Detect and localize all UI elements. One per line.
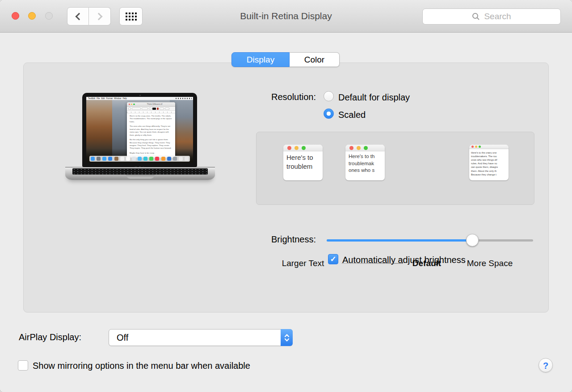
system-preferences-window: Built-in Retina Display Search Display C… <box>0 0 572 392</box>
mini-paragraph: Here's to the crazy ones. The misfits. T… <box>130 115 172 123</box>
mini-green-dot-icon <box>364 146 368 150</box>
dock-app-icon <box>185 157 189 161</box>
mini-document-title: Think Different.rtf <box>136 102 173 107</box>
radio-default-for-display[interactable] <box>324 91 334 101</box>
mini-red-dot-icon <box>471 146 474 148</box>
dock-app-icon <box>161 157 165 161</box>
dock-app-icon <box>138 157 142 161</box>
mini-minimize-icon <box>131 104 132 105</box>
dock-app-icon <box>108 157 112 161</box>
chevron-up-icon <box>284 334 290 337</box>
popup-chevrons <box>281 329 293 346</box>
chevron-left-icon <box>76 13 83 20</box>
label-larger-text: Larger Text <box>282 259 324 268</box>
show-mirroring-checkbox[interactable] <box>18 360 28 371</box>
mini-textedit-window: Think Different.rtf Here's to the crazy … <box>127 102 175 158</box>
zoom-button <box>45 12 53 20</box>
show-mirroring-label[interactable]: Show mirroring options in the menu bar w… <box>33 361 250 371</box>
mini-textedit-toolbar <box>127 107 175 111</box>
mini-preview-text: Here's to troublem <box>283 151 323 171</box>
mini-yellow-dot-icon <box>357 146 361 150</box>
scaled-resolution-picker: Here's to troublem Here's to th troublem… <box>256 132 534 205</box>
mini-color-well <box>152 108 156 110</box>
airplay-display-label: AirPlay Display: <box>19 332 81 342</box>
airplay-selected-value: Off <box>109 329 292 346</box>
forward-button <box>89 7 111 25</box>
radio-scaled[interactable] <box>324 108 334 119</box>
scaled-option-more-space[interactable]: Here's to the crazy one troublemakers. T… <box>469 145 509 180</box>
mini-preview-text: Here's to the crazy one troublemakers. T… <box>469 149 509 176</box>
tab-display[interactable]: Display <box>231 52 290 67</box>
macbook-screen: TextEdit File Edit Format Window Help Th… <box>86 97 193 163</box>
mini-yellow-dot-icon <box>294 146 299 150</box>
dock-app-icon <box>114 157 118 161</box>
back-button[interactable] <box>67 7 89 25</box>
mini-document-text: Here's to the crazy ones. The misfits. T… <box>127 113 175 158</box>
auto-brightness-checkbox[interactable]: ✓ <box>328 254 338 264</box>
macbook-dock <box>89 156 190 162</box>
scaled-option-larger-text[interactable]: Here's to troublem <box>283 145 323 180</box>
mini-paragraph: The ones who see things differently. The… <box>130 125 172 137</box>
mini-window-titlebar <box>345 145 385 151</box>
dock-app-icon <box>97 157 101 161</box>
mini-green-dot-icon <box>302 146 306 150</box>
mini-green-dot-icon <box>479 146 481 148</box>
dock-app-icon <box>91 157 95 161</box>
macbook-base <box>65 167 215 180</box>
resolution-label: Resolution: <box>251 92 316 102</box>
tab-bar: Display Color <box>231 52 340 67</box>
mini-close-icon <box>129 104 130 105</box>
dock-app-icon <box>143 157 147 161</box>
dock-app-icon <box>132 157 136 161</box>
radio-default-label[interactable]: Default for display <box>338 92 410 103</box>
macbook-keyboard <box>72 168 208 175</box>
mini-window-titlebar <box>283 145 323 151</box>
search-field[interactable]: Search <box>422 8 561 25</box>
dock-app-icon <box>120 157 124 161</box>
chevron-right-icon <box>95 13 102 20</box>
mini-paragraph: Maybe they have to be crazy. <box>130 152 172 154</box>
checkmark-icon: ✓ <box>330 254 336 264</box>
brightness-label: Brightness: <box>251 234 316 245</box>
mini-zoom-icon <box>133 104 135 105</box>
chevron-down-icon <box>284 338 290 342</box>
label-more-space: More Space <box>467 259 513 268</box>
auto-brightness-label[interactable]: Automatically adjust brightness <box>342 255 466 265</box>
search-placeholder: Search <box>484 12 511 21</box>
dock-app-icon <box>173 157 177 161</box>
minimize-button[interactable] <box>28 12 36 20</box>
window-toolbar: Built-in Retina Display Search <box>0 0 572 33</box>
slider-fill <box>327 239 472 242</box>
dock-app-icon <box>155 157 159 161</box>
macbook-illustration: TextEdit File Edit Format Window Help Th… <box>65 90 215 186</box>
display-settings-panel: TextEdit File Edit Format Window Help Th… <box>23 63 549 313</box>
close-button[interactable] <box>12 12 19 20</box>
mini-paragraph: But the only thing you can't do is ignor… <box>130 138 172 150</box>
dock-app-icon <box>167 157 171 161</box>
radio-scaled-label[interactable]: Scaled <box>338 110 366 120</box>
grid-icon <box>126 13 137 21</box>
dock-app-icon <box>126 157 130 161</box>
camera-dot-icon <box>139 95 141 96</box>
tab-color[interactable]: Color <box>290 52 340 67</box>
window-title: Built-in Retina Display <box>152 0 420 32</box>
macbook-trackpad-notch <box>126 175 155 179</box>
mini-menu-status-icons <box>176 98 192 99</box>
mini-red-dot-icon <box>287 146 291 150</box>
dock-app-icon <box>149 157 153 161</box>
navigation-buttons <box>67 7 111 25</box>
brightness-slider[interactable] <box>327 234 533 246</box>
mini-textedit-titlebar: Think Different.rtf <box>127 102 175 107</box>
airplay-popup-button[interactable]: Off <box>109 329 293 346</box>
search-icon <box>472 13 480 21</box>
scaled-option-2[interactable]: Here's to th troublemak ones who s <box>345 145 385 180</box>
mini-red-dot-icon <box>349 146 353 150</box>
help-button[interactable]: ? <box>538 358 553 372</box>
dock-app-icon <box>102 157 106 161</box>
dock-app-icon <box>179 157 183 161</box>
mini-yellow-dot-icon <box>475 146 477 148</box>
show-all-button[interactable] <box>119 7 143 25</box>
slider-thumb[interactable] <box>466 234 479 246</box>
mini-preview-text: Here's to th troublemak ones who s <box>345 151 385 174</box>
mini-window-titlebar <box>469 145 509 149</box>
